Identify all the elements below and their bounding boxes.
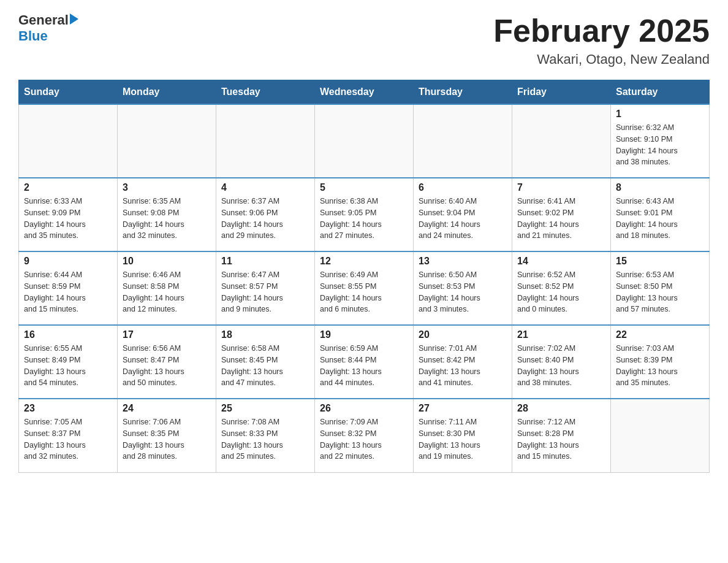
- day-number: 2: [24, 182, 112, 193]
- day-number: 19: [320, 329, 408, 340]
- day-info: Sunrise: 6:47 AMSunset: 8:57 PMDaylight:…: [221, 269, 309, 315]
- calendar-week-row: 9Sunrise: 6:44 AMSunset: 8:59 PMDaylight…: [19, 251, 710, 325]
- day-info: Sunrise: 7:06 AMSunset: 8:35 PMDaylight:…: [123, 416, 211, 462]
- calendar-cell: [611, 399, 710, 472]
- calendar-cell: [216, 104, 315, 178]
- day-number: 20: [419, 329, 507, 340]
- calendar-cell: 12Sunrise: 6:49 AMSunset: 8:55 PMDayligh…: [315, 251, 414, 325]
- calendar-cell: 24Sunrise: 7:06 AMSunset: 8:35 PMDayligh…: [118, 399, 216, 472]
- day-number: 6: [419, 182, 507, 193]
- day-number: 24: [123, 403, 211, 414]
- calendar-cell: 20Sunrise: 7:01 AMSunset: 8:42 PMDayligh…: [414, 325, 512, 399]
- calendar-header: SundayMondayTuesdayWednesdayThursdayFrid…: [19, 80, 710, 105]
- day-info: Sunrise: 6:38 AMSunset: 9:05 PMDaylight:…: [320, 196, 408, 242]
- calendar-cell: 5Sunrise: 6:38 AMSunset: 9:05 PMDaylight…: [315, 178, 414, 251]
- day-number: 22: [616, 329, 704, 340]
- calendar-cell: 23Sunrise: 7:05 AMSunset: 8:37 PMDayligh…: [19, 399, 118, 472]
- day-info: Sunrise: 7:03 AMSunset: 8:39 PMDaylight:…: [616, 343, 704, 389]
- calendar-cell: [315, 104, 414, 178]
- calendar-cell: 25Sunrise: 7:08 AMSunset: 8:33 PMDayligh…: [216, 399, 315, 472]
- day-info: Sunrise: 6:33 AMSunset: 9:09 PMDaylight:…: [24, 196, 112, 242]
- calendar-cell: [19, 104, 118, 178]
- day-number: 16: [24, 329, 112, 340]
- weekday-header-saturday: Saturday: [611, 80, 710, 105]
- day-info: Sunrise: 6:35 AMSunset: 9:08 PMDaylight:…: [123, 196, 211, 242]
- day-info: Sunrise: 6:43 AMSunset: 9:01 PMDaylight:…: [616, 196, 704, 242]
- logo-general-text: General: [18, 12, 69, 28]
- weekday-header-sunday: Sunday: [19, 80, 118, 105]
- day-number: 26: [320, 403, 408, 414]
- calendar-cell: 6Sunrise: 6:40 AMSunset: 9:04 PMDaylight…: [414, 178, 512, 251]
- location-title: Wakari, Otago, New Zealand: [493, 52, 710, 67]
- calendar-cell: 2Sunrise: 6:33 AMSunset: 9:09 PMDaylight…: [19, 178, 118, 251]
- logo-arrow-icon: [70, 13, 78, 25]
- day-info: Sunrise: 6:59 AMSunset: 8:44 PMDaylight:…: [320, 343, 408, 389]
- day-number: 4: [221, 182, 309, 193]
- calendar-week-row: 2Sunrise: 6:33 AMSunset: 9:09 PMDaylight…: [19, 178, 710, 251]
- calendar-cell: 16Sunrise: 6:55 AMSunset: 8:49 PMDayligh…: [19, 325, 118, 399]
- calendar-week-row: 1Sunrise: 6:32 AMSunset: 9:10 PMDaylight…: [19, 104, 710, 178]
- logo: General Blue: [18, 12, 78, 44]
- calendar-week-row: 23Sunrise: 7:05 AMSunset: 8:37 PMDayligh…: [19, 399, 710, 472]
- calendar-cell: 21Sunrise: 7:02 AMSunset: 8:40 PMDayligh…: [512, 325, 611, 399]
- calendar-cell: 15Sunrise: 6:53 AMSunset: 8:50 PMDayligh…: [611, 251, 710, 325]
- day-info: Sunrise: 6:50 AMSunset: 8:53 PMDaylight:…: [419, 269, 507, 315]
- day-info: Sunrise: 7:11 AMSunset: 8:30 PMDaylight:…: [419, 416, 507, 462]
- day-info: Sunrise: 7:12 AMSunset: 8:28 PMDaylight:…: [517, 416, 605, 462]
- calendar-cell: 3Sunrise: 6:35 AMSunset: 9:08 PMDaylight…: [118, 178, 216, 251]
- calendar-cell: 1Sunrise: 6:32 AMSunset: 9:10 PMDaylight…: [611, 104, 710, 178]
- day-number: 1: [616, 109, 704, 120]
- weekday-header-row: SundayMondayTuesdayWednesdayThursdayFrid…: [19, 80, 710, 105]
- calendar-cell: 13Sunrise: 6:50 AMSunset: 8:53 PMDayligh…: [414, 251, 512, 325]
- day-number: 7: [517, 182, 605, 193]
- day-number: 25: [221, 403, 309, 414]
- day-number: 27: [419, 403, 507, 414]
- day-number: 10: [123, 256, 211, 267]
- day-number: 12: [320, 256, 408, 267]
- day-info: Sunrise: 6:49 AMSunset: 8:55 PMDaylight:…: [320, 269, 408, 315]
- day-info: Sunrise: 6:40 AMSunset: 9:04 PMDaylight:…: [419, 196, 507, 242]
- calendar-cell: 8Sunrise: 6:43 AMSunset: 9:01 PMDaylight…: [611, 178, 710, 251]
- day-info: Sunrise: 7:09 AMSunset: 8:32 PMDaylight:…: [320, 416, 408, 462]
- day-number: 14: [517, 256, 605, 267]
- day-info: Sunrise: 7:02 AMSunset: 8:40 PMDaylight:…: [517, 343, 605, 389]
- day-info: Sunrise: 7:08 AMSunset: 8:33 PMDaylight:…: [221, 416, 309, 462]
- day-info: Sunrise: 6:52 AMSunset: 8:52 PMDaylight:…: [517, 269, 605, 315]
- day-info: Sunrise: 6:46 AMSunset: 8:58 PMDaylight:…: [123, 269, 211, 315]
- day-number: 8: [616, 182, 704, 193]
- calendar-cell: 11Sunrise: 6:47 AMSunset: 8:57 PMDayligh…: [216, 251, 315, 325]
- day-info: Sunrise: 6:37 AMSunset: 9:06 PMDaylight:…: [221, 196, 309, 242]
- day-number: 15: [616, 256, 704, 267]
- day-info: Sunrise: 6:41 AMSunset: 9:02 PMDaylight:…: [517, 196, 605, 242]
- calendar-cell: 28Sunrise: 7:12 AMSunset: 8:28 PMDayligh…: [512, 399, 611, 472]
- day-number: 5: [320, 182, 408, 193]
- calendar-cell: 26Sunrise: 7:09 AMSunset: 8:32 PMDayligh…: [315, 399, 414, 472]
- month-title: February 2025: [493, 12, 710, 49]
- weekday-header-tuesday: Tuesday: [216, 80, 315, 105]
- calendar-week-row: 16Sunrise: 6:55 AMSunset: 8:49 PMDayligh…: [19, 325, 710, 399]
- day-number: 17: [123, 329, 211, 340]
- day-number: 13: [419, 256, 507, 267]
- day-number: 18: [221, 329, 309, 340]
- calendar-cell: [512, 104, 611, 178]
- weekday-header-thursday: Thursday: [414, 80, 512, 105]
- calendar-cell: 27Sunrise: 7:11 AMSunset: 8:30 PMDayligh…: [414, 399, 512, 472]
- day-info: Sunrise: 6:32 AMSunset: 9:10 PMDaylight:…: [616, 122, 704, 168]
- weekday-header-wednesday: Wednesday: [315, 80, 414, 105]
- calendar-cell: 4Sunrise: 6:37 AMSunset: 9:06 PMDaylight…: [216, 178, 315, 251]
- page-header: General Blue February 2025 Wakari, Otago…: [18, 12, 710, 67]
- weekday-header-friday: Friday: [512, 80, 611, 105]
- day-info: Sunrise: 6:55 AMSunset: 8:49 PMDaylight:…: [24, 343, 112, 389]
- day-info: Sunrise: 6:58 AMSunset: 8:45 PMDaylight:…: [221, 343, 309, 389]
- weekday-header-monday: Monday: [118, 80, 216, 105]
- day-number: 11: [221, 256, 309, 267]
- calendar-cell: [414, 104, 512, 178]
- calendar-cell: 7Sunrise: 6:41 AMSunset: 9:02 PMDaylight…: [512, 178, 611, 251]
- day-number: 3: [123, 182, 211, 193]
- day-number: 28: [517, 403, 605, 414]
- calendar-cell: [118, 104, 216, 178]
- day-info: Sunrise: 7:01 AMSunset: 8:42 PMDaylight:…: [419, 343, 507, 389]
- calendar-cell: 19Sunrise: 6:59 AMSunset: 8:44 PMDayligh…: [315, 325, 414, 399]
- day-info: Sunrise: 6:56 AMSunset: 8:47 PMDaylight:…: [123, 343, 211, 389]
- calendar-body: 1Sunrise: 6:32 AMSunset: 9:10 PMDaylight…: [19, 104, 710, 472]
